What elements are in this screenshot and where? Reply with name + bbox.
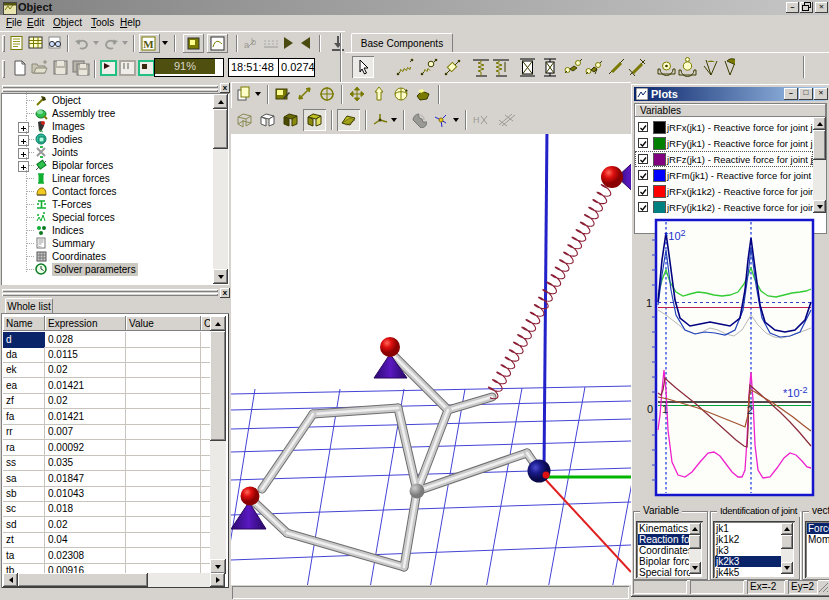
svg-text:0: 0	[647, 403, 653, 415]
svg-text:H: H	[473, 115, 480, 125]
svg-text:a: a	[244, 40, 249, 50]
svg-text:1: 1	[646, 297, 652, 309]
svg-text:1: 1	[662, 403, 668, 415]
svg-text:M: M	[143, 38, 154, 50]
svg-text:2: 2	[747, 404, 753, 416]
